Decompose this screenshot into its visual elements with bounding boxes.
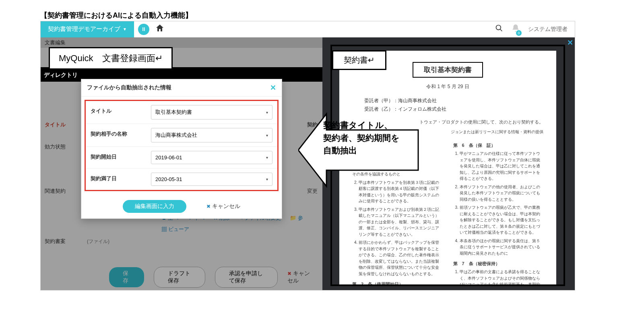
topbar: 契約書管理デモアーカイブ ▼ II 0 システム管理者 (41, 21, 575, 37)
archive-dropdown[interactable]: 契約書管理デモアーカイブ ▼ (41, 21, 134, 37)
modal-title: ファイルから自動抽出された情報 (87, 84, 171, 91)
doc-col-right: 第 6 条（保 証） 甲がマニュアルの仕様に従って本件ソフトウェアを使用し、本件… (453, 138, 544, 286)
extraction-arrow-callout: 契約書タイトル、 契約者、契約期間を 自動抽出 (298, 110, 419, 190)
modal-header: ファイルから自動抽出された情報 ✕ (81, 79, 282, 97)
close-icon[interactable]: ✕ (270, 83, 276, 92)
doc-title: 取引基本契約書 (413, 62, 483, 78)
search-icon[interactable] (495, 24, 503, 34)
home-icon[interactable] (155, 23, 165, 35)
field-label-title: タイトル (86, 101, 146, 124)
apply-to-form-button[interactable]: 編集画面に入力 (123, 200, 186, 213)
current-user[interactable]: システム管理者 (528, 26, 568, 33)
pause-badge-icon[interactable]: II (138, 24, 149, 35)
svg-line-1 (500, 29, 502, 31)
form-pane: 文書編集 ディレクトリ タイトル (必 契約 効力状態 (ス 関連契約 (リ 変… (41, 37, 322, 290)
field-value-start[interactable]: 2019-06-01 (151, 151, 272, 164)
field-value-party[interactable]: 海山商事株式会社 (151, 128, 272, 142)
field-label-end: 契約満了日 (86, 169, 146, 190)
page-heading: 【契約書管理におけるAIによる自動入力機能】 (40, 10, 192, 20)
app-window: 契約書管理デモアーカイブ ▼ II 0 システム管理者 文書編集 ディレクトリ … (40, 21, 575, 290)
modal-field-grid: タイトル 取引基本契約書 契約相手の名称 海山商事株式会社 契約開始日 2019… (85, 100, 279, 191)
doc-date: 令和 1 年 5 月 29 日 (352, 83, 543, 90)
screen-title-callout: MyQuick 文書登録画面↵ (49, 47, 173, 70)
field-label-start: 契約開始日 (86, 147, 146, 168)
field-label-party: 契約相手の名称 (86, 124, 146, 146)
auto-extract-modal: ファイルから自動抽出された情報 ✕ タイトル 取引基本契約書 契約相手の名称 海… (81, 79, 282, 219)
chevron-down-icon: ▼ (123, 27, 127, 31)
contract-callout: 契約書↵ (332, 50, 386, 70)
field-value-end[interactable]: 2020-05-31 (151, 173, 272, 186)
archive-label: 契約書管理デモアーカイブ (48, 25, 120, 33)
preview-close-icon[interactable]: ✕ (567, 38, 573, 47)
arrow-text: 契約書タイトル、 契約者、契約期間を 自動抽出 (323, 119, 400, 157)
directory-label: ディレクトリ (44, 72, 78, 79)
notification-count: 0 (516, 30, 522, 36)
field-value-title[interactable]: 取引基本契約書 (151, 105, 272, 119)
modal-footer: 編集画面に入力 キャンセル (81, 194, 282, 218)
doc-party-a: 委託者（甲）：海山商事株式会社 (364, 97, 543, 104)
main-area: 文書編集 ディレクトリ タイトル (必 契約 効力状態 (ス 関連契約 (リ 変… (41, 37, 575, 290)
modal-cancel-button[interactable]: キャンセル (206, 203, 240, 210)
svg-point-0 (496, 25, 501, 30)
notification-bell-icon[interactable]: 0 (511, 24, 520, 35)
